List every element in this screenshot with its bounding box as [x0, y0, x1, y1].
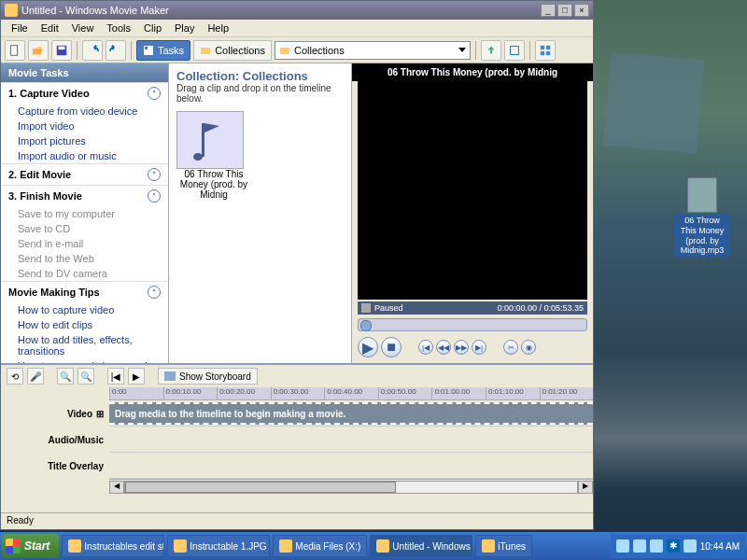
taskbar-item[interactable]: iTunes — [475, 535, 532, 557]
menu-clip[interactable]: Clip — [137, 21, 168, 35]
snapshot-button[interactable]: ◉ — [521, 340, 536, 355]
preview-pane: 06 Throw This Money (prod. by Midnig Pau… — [352, 63, 593, 363]
next-frame-button[interactable]: ▶▶ — [454, 340, 469, 355]
up-level-button[interactable] — [481, 40, 501, 61]
svg-rect-7 — [511, 46, 519, 54]
video-track[interactable]: Drag media to the timeline to begin maki… — [109, 400, 593, 427]
scroll-left-button[interactable]: ◀ — [109, 481, 124, 494]
timeline-zoom-full[interactable]: ⟲ — [7, 368, 23, 385]
tray-icon[interactable] — [616, 539, 629, 553]
view-mode-button[interactable] — [535, 40, 556, 61]
taskbar-item[interactable]: Instructables edit st... — [62, 535, 164, 557]
titlebar[interactable]: Untitled - Windows Movie Maker _ □ × — [1, 1, 593, 20]
prev-frame-button[interactable]: ◀◀ — [436, 340, 451, 355]
section-finish-movie[interactable]: 3. Finish Movie˄ — [1, 185, 168, 206]
seek-slider[interactable] — [358, 318, 587, 331]
split-button[interactable]: ✂ — [503, 340, 518, 355]
audio-track[interactable] — [109, 427, 593, 453]
system-tray[interactable]: ✱ 10:44 AM — [611, 534, 745, 558]
tray-icon[interactable] — [650, 539, 663, 553]
link-save-computer[interactable]: Save to my computer — [1, 206, 168, 221]
link-import-audio[interactable]: Import audio or music — [1, 148, 168, 163]
link-save-cd[interactable]: Save to CD — [1, 221, 168, 236]
show-storyboard-button[interactable]: Show Storyboard — [158, 368, 258, 385]
menu-tools[interactable]: Tools — [100, 21, 137, 35]
title-track[interactable] — [109, 453, 593, 479]
bluetooth-icon[interactable]: ✱ — [667, 539, 680, 553]
scrollbar-thumb[interactable] — [125, 482, 396, 493]
timeline-tracks[interactable]: 0:000:00:10.000:00:20.000:00:30.000:00:4… — [109, 387, 593, 512]
timeline-zoom-in[interactable]: 🔍 — [57, 368, 74, 385]
menu-view[interactable]: View — [65, 21, 101, 35]
scroll-right-button[interactable]: ▶ — [578, 481, 593, 494]
close-button[interactable]: × — [574, 4, 589, 17]
toolbar-divider — [131, 41, 132, 60]
svg-rect-12 — [164, 371, 176, 381]
expand-icon: ˅ — [148, 168, 161, 181]
timeline-rewind[interactable]: |◀ — [107, 368, 124, 385]
menu-play[interactable]: Play — [168, 21, 201, 35]
minimize-button[interactable]: _ — [541, 4, 556, 17]
undo-button[interactable] — [82, 40, 103, 61]
menu-file[interactable]: File — [5, 21, 35, 35]
pause-status-icon — [361, 303, 371, 313]
toolbar-divider — [529, 41, 530, 60]
forward-button[interactable]: ▶| — [472, 340, 486, 355]
timeline-scrollbar[interactable]: ◀ ▶ — [109, 479, 593, 494]
taskbar-item-active[interactable]: Untitled - Windows ... — [370, 535, 472, 557]
section-capture-video[interactable]: 1. Capture Video˄ — [1, 82, 168, 104]
maximize-button[interactable]: □ — [557, 4, 572, 17]
timeline-area: ⟲ 🎤 🔍 🔍 |◀ ▶ Show Storyboard Video ⊞ Aud… — [1, 363, 593, 512]
tasks-toggle-button[interactable]: Tasks — [136, 40, 190, 61]
collection-dropdown[interactable]: Collections — [275, 41, 471, 60]
collapse-icon: ˄ — [148, 189, 161, 203]
link-send-email[interactable]: Send in e-mail — [1, 236, 168, 251]
section-tips[interactable]: Movie Making Tips˄ — [1, 281, 168, 302]
clip-thumbnail — [176, 111, 244, 169]
link-tip-titles[interactable]: How to add titles, effects, transitions — [1, 332, 168, 358]
play-button[interactable]: ▶ — [358, 337, 378, 357]
taskbar-item[interactable]: Instructable 1.JPG - ... — [167, 535, 270, 557]
desktop-file-icon[interactable]: 06 Throw This Money (prod. by Midnig.mp3 — [674, 177, 730, 257]
collections-icon — [200, 45, 211, 56]
menu-edit[interactable]: Edit — [35, 21, 65, 35]
save-button[interactable] — [51, 40, 72, 61]
link-import-video[interactable]: Import video — [1, 119, 168, 133]
toolbar-divider — [77, 41, 78, 60]
tray-icon[interactable] — [633, 539, 646, 553]
preview-monitor[interactable] — [358, 81, 587, 300]
new-project-button[interactable] — [5, 40, 25, 61]
link-import-pictures[interactable]: Import pictures — [1, 133, 168, 148]
section-edit-movie[interactable]: 2. Edit Movie˅ — [1, 163, 168, 185]
svg-rect-8 — [541, 45, 544, 49]
link-tip-capture[interactable]: How to capture video — [1, 302, 168, 317]
link-send-web[interactable]: Send to the Web — [1, 251, 168, 266]
scrollbar-track[interactable] — [124, 481, 578, 494]
link-send-dv[interactable]: Send to DV camera — [1, 266, 168, 281]
taskbar-item[interactable]: Media Files (X:) — [273, 535, 367, 557]
menu-help[interactable]: Help — [201, 21, 235, 35]
preview-status-bar: Paused 0:00:00.00 / 0:05:53.35 — [358, 301, 587, 315]
start-button[interactable]: Start — [2, 534, 59, 558]
collapse-icon: ˄ — [148, 87, 161, 100]
folder-icon — [279, 45, 290, 56]
stop-button[interactable]: ■ — [381, 337, 402, 357]
link-capture-device[interactable]: Capture from video device — [1, 104, 168, 119]
app-icon — [279, 539, 292, 553]
timeline-narration[interactable]: 🎤 — [27, 368, 44, 385]
properties-button[interactable] — [504, 40, 525, 61]
timeline-zoom-out[interactable]: 🔍 — [78, 368, 94, 385]
rewind-button[interactable]: |◀ — [418, 340, 433, 355]
clock[interactable]: 10:44 AM — [700, 541, 740, 552]
tray-icon[interactable] — [684, 539, 697, 553]
timeline-play[interactable]: ▶ — [128, 368, 145, 385]
link-tip-edit[interactable]: How to edit clips — [1, 317, 168, 332]
timeline-toolbar: ⟲ 🎤 🔍 🔍 |◀ ▶ Show Storyboard — [1, 365, 593, 387]
timeline-ruler[interactable]: 0:000:00:10.000:00:20.000:00:30.000:00:4… — [109, 387, 593, 400]
collections-toggle-button[interactable]: Collections — [193, 40, 272, 61]
playback-status: Paused — [374, 303, 403, 313]
audio-clip[interactable]: 06 Throw This Money (prod. by Midnig — [176, 111, 251, 200]
open-button[interactable] — [28, 40, 49, 61]
windows-logo-icon — [6, 539, 21, 553]
redo-button[interactable] — [106, 40, 126, 61]
